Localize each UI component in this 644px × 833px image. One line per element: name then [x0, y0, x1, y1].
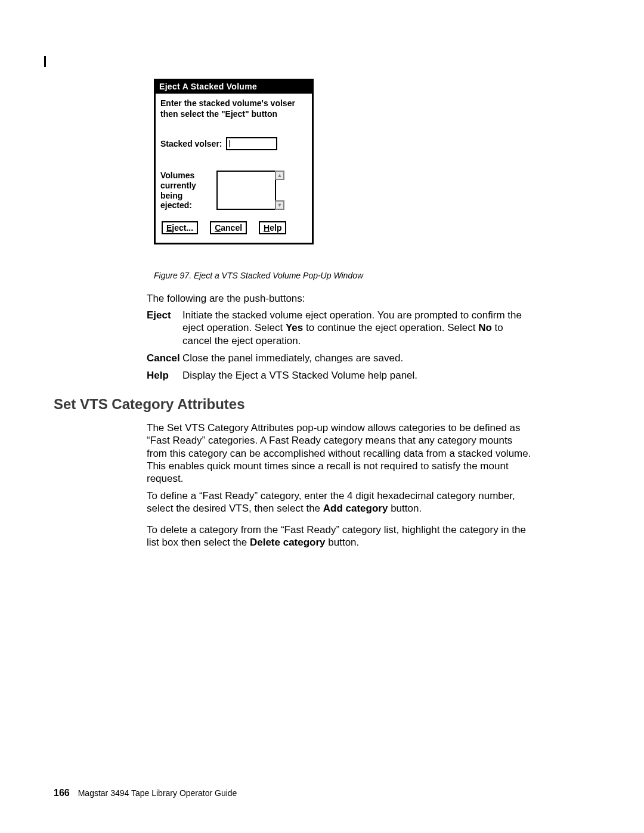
def-help: Help Display the Eject a VTS Stacked Vol…: [147, 369, 534, 382]
help-button[interactable]: Help: [259, 221, 286, 234]
cancel-rest: ancel: [221, 223, 242, 233]
p2c: button.: [388, 503, 422, 514]
def-help-term: Help: [147, 369, 182, 382]
def-cancel-desc: Close the panel immediately, changes are…: [182, 352, 534, 364]
de2: Yes: [286, 322, 303, 333]
volumes-being-ejected-label: Volumes currently being ejected:: [160, 171, 207, 210]
vbe-l3: being: [160, 191, 182, 200]
p3b: Delete category: [250, 537, 326, 548]
section-para-1: The Set VTS Category Attributes pop-up w…: [147, 422, 534, 485]
p2b: Add category: [323, 503, 388, 514]
eject-mnemonic: E: [166, 223, 172, 233]
definition-list: Eject Initiate the stacked volume eject …: [147, 309, 534, 386]
eject-stacked-volume-dialog: Eject A Stacked Volume Enter the stacked…: [154, 79, 314, 244]
figure-caption: Figure 97. Eject a VTS Stacked Volume Po…: [154, 271, 363, 280]
cancel-button[interactable]: Cancel: [210, 221, 247, 234]
intro-text: The following are the push-buttons:: [147, 292, 534, 305]
scroll-down-icon[interactable]: ▼: [275, 200, 284, 210]
dialog-instruction-line1: Enter the stacked volume's volser: [160, 98, 295, 108]
dialog-instruction: Enter the stacked volume's volser then s…: [160, 98, 307, 119]
cancel-mnemonic: C: [215, 223, 221, 233]
vbe-l1: Volumes: [160, 171, 194, 180]
dialog-title: Eject A Stacked Volume: [156, 80, 312, 94]
page-footer: 166Magstar 3494 Tape Library Operator Gu…: [54, 788, 237, 798]
help-mnemonic: H: [264, 223, 270, 233]
stacked-volser-label: Stacked volser:: [160, 139, 222, 148]
eject-button[interactable]: Eject...: [162, 221, 198, 234]
def-cancel-term: Cancel: [147, 352, 182, 364]
section-para-2: To define a “Fast Ready” category, enter…: [147, 490, 534, 515]
vbe-l2: currently: [160, 181, 196, 190]
def-help-desc: Display the Eject a VTS Stacked Volume h…: [182, 369, 534, 382]
scroll-up-icon[interactable]: ▲: [275, 171, 284, 180]
def-eject-term: Eject: [147, 309, 182, 347]
volumes-being-ejected-listbox[interactable]: ▲ ▼: [216, 171, 284, 210]
help-rest: elp: [270, 223, 281, 233]
stacked-volser-input[interactable]: [226, 137, 277, 150]
def-cancel: Cancel Close the panel immediately, chan…: [147, 352, 534, 364]
p3c: button.: [326, 537, 360, 548]
vbe-l4: ejected:: [160, 200, 192, 210]
def-eject-desc: Initiate the stacked volume eject operat…: [182, 309, 534, 347]
de3: to continue the eject operation. Select: [303, 322, 478, 333]
def-eject: Eject Initiate the stacked volume eject …: [147, 309, 534, 347]
section-heading: Set VTS Category Attributes: [54, 396, 245, 413]
footer-title: Magstar 3494 Tape Library Operator Guide: [78, 788, 237, 798]
dialog-instruction-line2: then select the "Eject" button: [160, 109, 277, 119]
page-number: 166: [54, 788, 70, 798]
section-para-3: To delete a category from the “Fast Read…: [147, 524, 534, 549]
de4: No: [478, 322, 492, 333]
change-bar: [44, 56, 46, 67]
eject-rest: ject...: [172, 223, 193, 233]
listbox-scrollbar[interactable]: ▲ ▼: [275, 171, 284, 210]
